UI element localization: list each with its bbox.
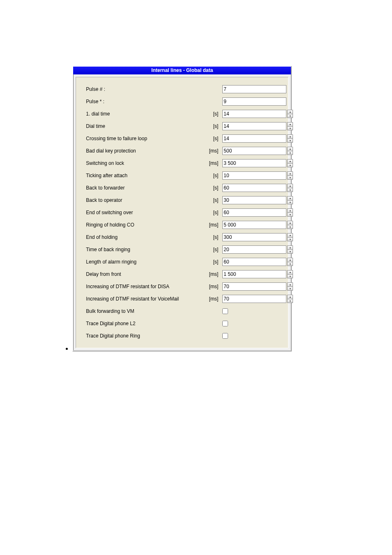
param-input[interactable] [222, 122, 286, 130]
spin-up-button[interactable]: ▲ [287, 134, 293, 139]
spin-down-button[interactable]: ▼ [287, 213, 293, 217]
param-row: Trace Digital phone Ring [86, 330, 281, 342]
spin-up-button[interactable]: ▲ [287, 171, 293, 176]
spin-down-button[interactable]: ▼ [287, 126, 293, 130]
param-label: Switching on lock [86, 160, 197, 166]
spin-buttons: ▲▼ [287, 171, 293, 180]
param-row: Increasing of DTMF resistant for DISA[ms… [86, 280, 281, 293]
param-input[interactable] [222, 159, 286, 167]
param-label: Increasing of DTMF resistant for DISA [86, 284, 197, 289]
param-input[interactable] [222, 97, 286, 106]
spin-down-button[interactable]: ▼ [287, 114, 293, 118]
spin-up-button[interactable]: ▲ [287, 159, 293, 163]
param-input[interactable] [222, 233, 286, 241]
param-label: 1. dial time [86, 111, 197, 117]
param-row: Time of back ringing[s]▲▼ [86, 243, 281, 256]
spin-down-button[interactable]: ▼ [287, 176, 293, 180]
spin-up-button[interactable]: ▲ [287, 110, 293, 114]
spin-buttons: ▲▼ [287, 122, 293, 130]
param-row: Increasing of DTMF resistant for VoiceMa… [86, 293, 281, 305]
spin-buttons: ▲▼ [287, 258, 293, 266]
param-unit: [ms] [197, 222, 222, 228]
param-row: Delay from front[ms]▲▼ [86, 268, 281, 280]
param-row: Back to forwarder[s]▲▼ [86, 182, 281, 194]
spin-down-button[interactable]: ▼ [287, 188, 293, 192]
spin-up-button[interactable]: ▲ [287, 184, 293, 188]
param-row: Length of alarm ringing[s]▲▼ [86, 256, 281, 268]
spin-up-button[interactable]: ▲ [287, 221, 293, 225]
param-input[interactable] [222, 147, 286, 155]
spin-down-button[interactable]: ▼ [287, 262, 293, 266]
param-input[interactable] [222, 221, 286, 229]
spin-down-button[interactable]: ▼ [287, 163, 293, 167]
param-row: 1. dial time[s]▲▼ [86, 108, 281, 120]
spin-down-button[interactable]: ▼ [287, 225, 293, 229]
list-bullet [66, 348, 68, 350]
spin-up-button[interactable]: ▲ [287, 258, 293, 262]
param-input[interactable] [222, 282, 286, 291]
param-row: Switching on lock[ms]▲▼ [86, 157, 281, 169]
param-row: Dial time[s]▲▼ [86, 120, 281, 132]
spin-down-button[interactable]: ▼ [287, 139, 293, 143]
param-row: End of holding[s]▲▼ [86, 231, 281, 243]
param-input[interactable] [222, 134, 286, 143]
spin-up-button[interactable]: ▲ [287, 208, 293, 213]
param-label: Delay from front [86, 271, 197, 277]
param-unit: [s] [197, 234, 222, 240]
param-label: Back to forwarder [86, 185, 197, 191]
spin-up-button[interactable]: ▲ [287, 122, 293, 126]
spin-buttons: ▲▼ [287, 282, 293, 291]
param-input[interactable] [222, 184, 286, 192]
param-label: Crossing time to failure loop [86, 136, 197, 141]
param-label: End of holding [86, 234, 197, 240]
spin-down-button[interactable]: ▼ [287, 151, 293, 155]
spin-down-button[interactable]: ▼ [287, 237, 293, 241]
param-unit: [ms] [197, 160, 222, 166]
spin-up-button[interactable]: ▲ [287, 245, 293, 250]
param-label: Length of alarm ringing [86, 259, 197, 265]
spin-up-button[interactable]: ▲ [287, 233, 293, 237]
global-data-panel: Internal lines - Global data Pulse # :Pu… [72, 66, 292, 352]
param-input[interactable] [222, 258, 286, 266]
param-checkbox[interactable] [222, 333, 228, 339]
spin-up-button[interactable]: ▲ [287, 295, 293, 299]
param-checkbox[interactable] [222, 308, 228, 314]
param-row: Ticking after attach[s]▲▼ [86, 169, 281, 182]
param-unit: [s] [197, 136, 222, 141]
spin-up-button[interactable]: ▲ [287, 282, 293, 287]
param-label: Trace Digital phone L2 [86, 321, 197, 326]
spin-buttons: ▲▼ [287, 270, 293, 278]
param-label: Bulk forwarding to VM [86, 308, 197, 314]
spin-buttons: ▲▼ [287, 295, 293, 303]
param-unit: [s] [197, 185, 222, 191]
spin-buttons: ▲▼ [287, 147, 293, 155]
spin-down-button[interactable]: ▼ [287, 287, 293, 291]
param-label: Time of back ringing [86, 247, 197, 252]
param-input[interactable] [222, 295, 286, 303]
param-label: Ticking after attach [86, 173, 197, 178]
param-unit: [s] [197, 111, 222, 117]
param-input[interactable] [222, 245, 286, 254]
spin-down-button[interactable]: ▼ [287, 299, 293, 303]
param-unit: [s] [197, 197, 222, 203]
param-input[interactable] [222, 171, 286, 180]
param-unit: [ms] [197, 148, 222, 154]
spin-down-button[interactable]: ▼ [287, 274, 293, 278]
spin-down-button[interactable]: ▼ [287, 200, 293, 204]
param-label: Back to operator [86, 197, 197, 203]
param-input[interactable] [222, 196, 286, 204]
param-label: Increasing of DTMF resistant for VoiceMa… [86, 296, 197, 302]
param-input[interactable] [222, 85, 286, 93]
param-unit: [ms] [197, 271, 222, 277]
param-input[interactable] [222, 110, 286, 118]
param-label: End of switching over [86, 210, 197, 215]
param-input[interactable] [222, 208, 286, 217]
spin-up-button[interactable]: ▲ [287, 147, 293, 151]
param-input[interactable] [222, 270, 286, 278]
spin-buttons: ▲▼ [287, 221, 293, 229]
param-checkbox[interactable] [222, 321, 228, 326]
spin-down-button[interactable]: ▼ [287, 250, 293, 254]
spin-up-button[interactable]: ▲ [287, 196, 293, 200]
spin-buttons: ▲▼ [287, 110, 293, 118]
spin-up-button[interactable]: ▲ [287, 270, 293, 274]
